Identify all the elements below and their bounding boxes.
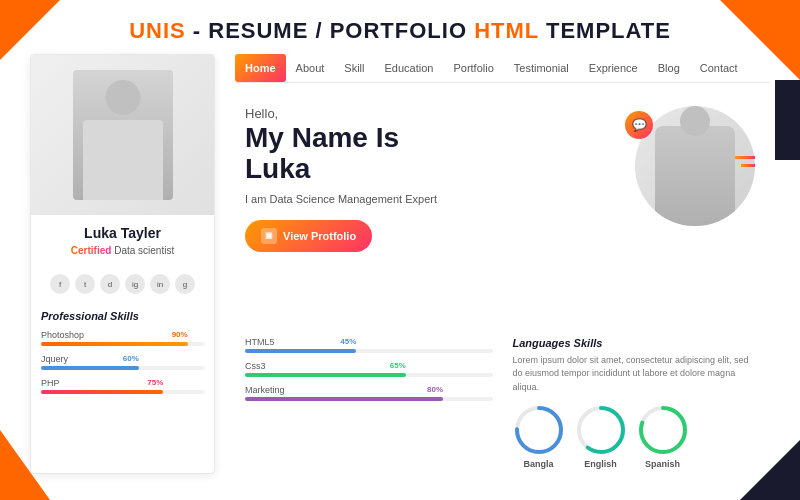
social-icons-row: f t d ig in g: [31, 266, 214, 302]
nav-item-skill[interactable]: Skill: [334, 54, 374, 82]
skills-right-section: HTML5 45% Css3 65% Marketing 80%: [245, 337, 493, 470]
profile-image-area: [31, 55, 214, 215]
language-label: Bangla: [523, 459, 553, 469]
nav-item-contact[interactable]: Contact: [690, 54, 748, 82]
hero-person-figure: [655, 126, 735, 226]
hero-text: Hello, My Name Is Luka I am Data Science…: [245, 106, 610, 317]
skill-bar-fill: 45%: [245, 349, 356, 353]
skill-item: PHP 75%: [41, 378, 204, 394]
language-circle-svg: [575, 404, 627, 456]
language-circle-wrap: Spanish: [637, 404, 689, 469]
skill-label: PHP: [41, 378, 204, 388]
title-suffix: TEMPLATE: [539, 18, 671, 43]
facebook-icon[interactable]: f: [50, 274, 70, 294]
skills-list-right: HTML5 45% Css3 65% Marketing 80%: [245, 337, 493, 401]
title-middle: - RESUME / PORTFOLIO: [186, 18, 474, 43]
view-portfolio-label: View Protfolio: [283, 230, 356, 242]
skill-bar-fill: 60%: [41, 366, 139, 370]
twitter-icon[interactable]: t: [75, 274, 95, 294]
skill-percent: 90%: [172, 330, 188, 339]
nav-item-education[interactable]: Education: [374, 54, 443, 82]
sidebar-card: Luka Tayler Certified Data scientist f t…: [30, 54, 215, 474]
profile-title: Certified Data scientist: [41, 245, 204, 256]
language-circles: Bangla English Spanish: [513, 404, 761, 469]
profile-name: Luka Tayler: [41, 225, 204, 241]
nav-item-testimonial[interactable]: Testimonial: [504, 54, 579, 82]
main-content: Luka Tayler Certified Data scientist f t…: [0, 54, 800, 474]
avatar: [73, 70, 173, 200]
skill-item: Marketing 80%: [245, 385, 493, 401]
hero-image-area: 💬: [630, 106, 760, 317]
skill-item: HTML5 45%: [245, 337, 493, 353]
portfolio-icon: ▣: [261, 228, 277, 244]
dash-decoration-2: [741, 164, 755, 167]
google-icon[interactable]: g: [175, 274, 195, 294]
certified-badge: Certified: [71, 245, 112, 256]
skill-label: Marketing: [245, 385, 493, 395]
hero-subtitle: I am Data Science Management Expert: [245, 193, 610, 205]
skill-percent: 60%: [123, 354, 139, 363]
nav-bar: HomeAboutSkillEducationPortfolioTestimon…: [235, 54, 770, 83]
nav-item-about[interactable]: About: [286, 54, 335, 82]
hello-text: Hello,: [245, 106, 610, 121]
language-label: English: [584, 459, 617, 469]
hero-name-line2: Luka: [245, 153, 310, 184]
chat-bubble-icon: 💬: [625, 111, 653, 139]
skill-bar-fill: 90%: [41, 342, 188, 346]
linkedin-icon[interactable]: in: [150, 274, 170, 294]
skill-bar-bg: 65%: [245, 373, 493, 377]
right-content: HomeAboutSkillEducationPortfolioTestimon…: [235, 54, 770, 474]
skill-bar-bg: 75%: [41, 390, 204, 394]
skill-label: HTML5: [245, 337, 493, 347]
skill-bar-fill: 80%: [245, 397, 443, 401]
skill-percent: 65%: [390, 361, 406, 370]
language-label: Spanish: [645, 459, 680, 469]
languages-section: Languages Skills Lorem ipsum dolor sit a…: [513, 337, 761, 470]
view-portfolio-button[interactable]: ▣ View Protfolio: [245, 220, 372, 252]
languages-heading: Languages Skills: [513, 337, 761, 349]
nav-item-exprience[interactable]: Exprience: [579, 54, 648, 82]
hero-name-line1: My Name Is: [245, 122, 399, 153]
side-decoration-right: [775, 80, 800, 160]
bottom-section: HTML5 45% Css3 65% Marketing 80% Languag…: [235, 332, 770, 475]
language-circle-svg: [637, 404, 689, 456]
language-circle-wrap: Bangla: [513, 404, 565, 469]
skill-item: Css3 65%: [245, 361, 493, 377]
skill-percent: 80%: [427, 385, 443, 394]
profile-info: Luka Tayler Certified Data scientist: [31, 215, 214, 266]
skills-heading: Professional Skills: [41, 310, 204, 322]
skill-bar-fill: 75%: [41, 390, 163, 394]
hero-name: My Name Is Luka: [245, 123, 610, 185]
title-html: HTML: [474, 18, 539, 43]
instagram-icon[interactable]: ig: [125, 274, 145, 294]
skill-bar-bg: 45%: [245, 349, 493, 353]
page-title: UNIS - RESUME / PORTFOLIO HTML TEMPLATE: [0, 0, 800, 54]
title-text: Data scientist: [111, 245, 174, 256]
skill-bar-bg: 60%: [41, 366, 204, 370]
nav-item-home[interactable]: Home: [235, 54, 286, 82]
skill-item: Jquery 60%: [41, 354, 204, 370]
nav-item-blog[interactable]: Blog: [648, 54, 690, 82]
dribbble-icon[interactable]: d: [100, 274, 120, 294]
skill-bar-bg: 90%: [41, 342, 204, 346]
skills-list-left: Photoshop 90% Jquery 60% PHP 75%: [41, 330, 204, 394]
skill-item: Photoshop 90%: [41, 330, 204, 346]
skill-bar-fill: 65%: [245, 373, 406, 377]
nav-item-portfolio[interactable]: Portfolio: [443, 54, 503, 82]
skill-percent: 75%: [147, 378, 163, 387]
skill-percent: 45%: [340, 337, 356, 346]
skill-label: Css3: [245, 361, 493, 371]
language-circle-wrap: English: [575, 404, 627, 469]
skill-bar-bg: 80%: [245, 397, 493, 401]
hero-avatar-circle: [635, 106, 755, 226]
dash-decoration-1: [735, 156, 755, 159]
hero-section: Hello, My Name Is Luka I am Data Science…: [235, 91, 770, 332]
language-circle-svg: [513, 404, 565, 456]
languages-description: Lorem ipsum dolor sit amet, consectetur …: [513, 354, 761, 395]
skills-section: Professional Skills Photoshop 90% Jquery…: [31, 302, 214, 473]
brand-name: UNIS: [129, 18, 186, 43]
